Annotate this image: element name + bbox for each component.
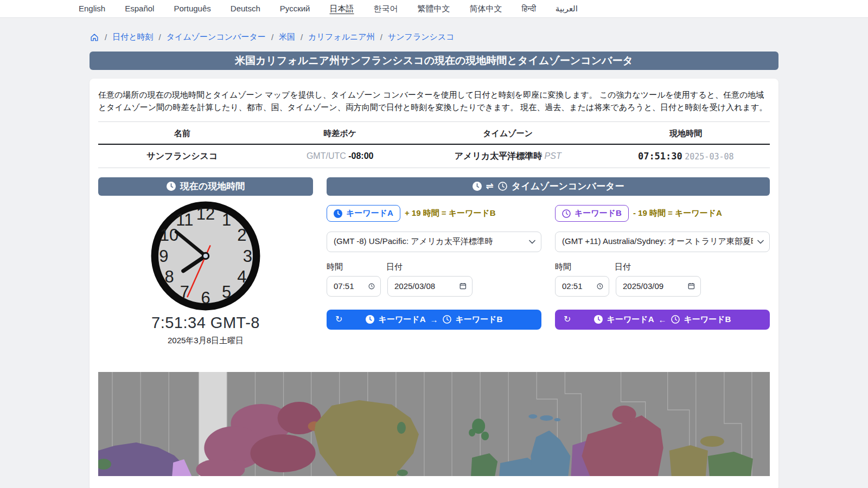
converter-panel-header: ⇌ タイムゾーンコンバーター [327,177,770,196]
arrow-right-icon: → [430,315,438,324]
timezone-map[interactable] [98,372,770,476]
timezone-select-b[interactable]: (GMT +11) Australia/Sydney: オーストラリア東部夏時間 [555,232,770,252]
main-card: 任意の場所の現在の現地時間とタイムゾーン マップを提供し、タイムゾーン コンバー… [90,79,778,488]
keyword-a-badge: キーワードA [327,205,400,222]
lang-russian[interactable]: Русский [280,4,310,14]
converter-panel: ⇌ タイムゾーンコンバーター キーワードA + 19 時間 = キーワードB [327,177,770,346]
clock-outline-icon [562,209,571,218]
date-input-a-box [387,276,473,297]
date-input-b-box [616,276,701,297]
lang-english[interactable]: English [79,4,105,14]
col-offset: 時差ボケ [266,123,414,144]
svg-text:9: 9 [159,246,168,265]
timezone-name: アメリカ太平洋標準時 [455,151,542,160]
local-time-panel: 現在の現地時間 12 1 2 3 4 5 6 7 8 9 [98,177,313,346]
page-title: 米国カリフォルニア州サンフランシスコの現在の現地時間とタイムゾーンコンバータ [235,54,633,68]
table-header-row: 名前 時差ボケ タイムゾーン 現地時間 [98,123,770,144]
convert-b-to-a-button[interactable]: ↻ キーワードA ← キーワードB [555,310,770,330]
convert-a-to-b-button[interactable]: ↻ キーワードA → キーワードB [327,310,541,330]
chevron-down-icon [529,240,535,244]
clock-outline-icon [597,282,603,291]
svg-text:7: 7 [180,282,189,301]
lang-simplified-chinese[interactable]: 简体中文 [470,4,502,14]
breadcrumb-separator: / [271,33,273,42]
clock-filled-icon [473,182,482,191]
clock-filled-icon [594,315,603,324]
local-time: 07:51:30 [638,151,682,162]
breadcrumb-usa[interactable]: 米国 [279,32,295,42]
timezone-cell: アメリカ太平洋標準時 PST [414,144,602,168]
date-label-a: 日付 [386,262,403,272]
lang-japanese-active[interactable]: 日本語 [330,4,354,14]
breadcrumb-san-francisco[interactable]: サンフランシスコ [388,32,455,42]
calendar-icon [688,282,695,290]
timezone-abbr: PST [545,151,561,160]
breadcrumb-separator: / [105,33,107,42]
breadcrumb-separator: / [301,33,303,42]
clock-filled-icon [167,182,176,191]
breadcrumb-timezone-converter[interactable]: タイムゾーンコンバーター [167,32,266,42]
local-time-panel-header: 現在の現地時間 [98,177,313,196]
svg-text:2: 2 [237,225,246,244]
svg-text:4: 4 [237,267,246,286]
date-input-b[interactable] [623,281,684,291]
breadcrumb: / 日付と時刻 / タイムゾーンコンバーター / 米国 / カリフォルニア州 /… [90,32,778,42]
page-description: 任意の場所の現在の現地時間とタイムゾーン マップを提供し、タイムゾーン コンバー… [98,88,770,114]
svg-text:1: 1 [222,210,231,229]
svg-text:8: 8 [164,267,174,286]
clock-filled-icon [366,315,374,324]
city-name: サンフランシスコ [98,144,266,168]
city-info-table: 名前 時差ボケ タイムゾーン 現地時間 サンフランシスコ GMT/UTC -08… [98,123,770,168]
clock-outline-icon [671,315,680,324]
date-input-a[interactable] [394,281,455,291]
local-date: 2025-03-08 [685,152,733,162]
gmt-label: GMT/UTC [307,151,346,160]
refresh-icon: ↻ [335,314,342,324]
converter-panel-title: タイムゾーンコンバーター [512,180,624,192]
local-time-cell: 07:51:30 2025-03-08 [602,144,770,168]
clock-outline-icon [498,182,507,191]
breadcrumb-california[interactable]: カリフォルニア州 [308,32,374,42]
formula-a-to-b: + 19 時間 = キーワードB [405,208,496,219]
lang-korean[interactable]: 한국어 [374,4,398,14]
breadcrumb-date-time[interactable]: 日付と時刻 [112,32,153,42]
timezone-select-a[interactable]: (GMT -8) US/Pacific: アメリカ太平洋標準時 [327,232,541,252]
refresh-icon: ↻ [564,314,571,324]
lang-portugues[interactable]: Português [174,4,210,14]
time-label-b: 時間 [555,262,615,272]
svg-text:12: 12 [196,204,215,223]
breadcrumb-separator: / [159,33,161,42]
lang-hindi[interactable]: हिन्दी [522,4,536,14]
calendar-icon [459,282,467,290]
col-local-time: 現地時間 [602,123,770,144]
svg-text:6: 6 [201,288,210,307]
date-label-b: 日付 [615,262,631,272]
digital-date: 2025年3月8日土曜日 [168,336,244,346]
time-input-a-box [327,276,381,297]
swap-icon: ⇌ [486,181,494,192]
lang-arabic[interactable]: العربية [556,4,578,14]
lang-deutsch[interactable]: Deutsch [231,4,260,14]
time-input-b-box [555,276,609,297]
page-title-bar: 米国カリフォルニア州サンフランシスコの現在の現地時間とタイムゾーンコンバータ [90,52,778,70]
lang-espanol[interactable]: Español [125,4,154,14]
time-input-a[interactable] [334,281,364,291]
gmt-offset: -08:00 [348,151,373,160]
clock-outline-icon [368,282,375,291]
svg-text:11: 11 [176,210,193,229]
lang-traditional-chinese[interactable]: 繁體中文 [418,4,450,14]
digital-time: 7:51:34 GMT-8 [151,314,260,332]
gmt-offset-cell: GMT/UTC -08:00 [266,144,414,168]
clock-outline-icon [443,315,451,324]
svg-text:5: 5 [222,282,231,301]
time-label-a: 時間 [327,262,386,272]
converter-column-a: キーワードA + 19 時間 = キーワードB (GMT -8) US/Paci… [327,204,541,330]
chevron-down-icon [757,240,764,244]
analog-clock: 12 1 2 3 4 5 6 7 8 9 10 11 [150,200,261,312]
converter-column-b: キーワードB - 19 時間 = キーワードA (GMT +11) Austra… [555,204,770,330]
clock-filled-icon [334,209,342,218]
divider [98,121,770,122]
breadcrumb-separator: / [380,33,382,42]
home-icon[interactable] [90,33,99,42]
time-input-b[interactable] [562,281,592,291]
